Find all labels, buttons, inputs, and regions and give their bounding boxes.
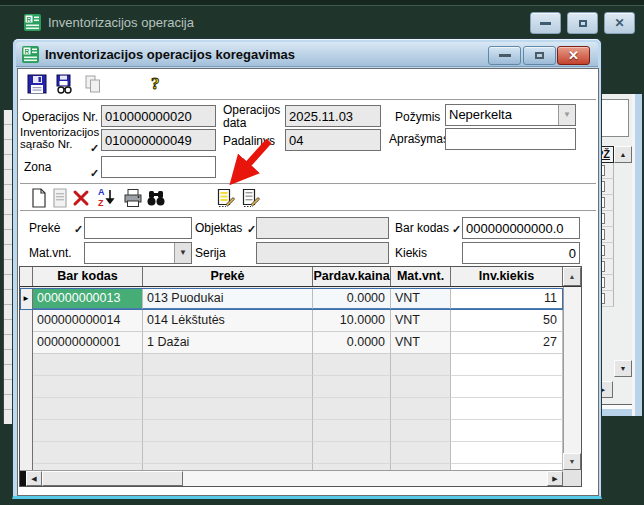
padalinys-field[interactable] [285, 129, 381, 151]
operacijos-nr-field[interactable] [101, 105, 216, 127]
delete-row-button[interactable] [70, 187, 92, 209]
table-cell[interactable] [143, 376, 313, 398]
bar-kodas-field[interactable] [462, 217, 580, 239]
table-cell[interactable]: 0.0000 [313, 288, 391, 310]
table-cell[interactable] [33, 420, 143, 442]
table-cell[interactable] [143, 354, 313, 376]
table-cell[interactable]: 1 Dažai [143, 332, 313, 354]
table-cell[interactable]: 10.0000 [313, 310, 391, 332]
table-cell[interactable] [391, 442, 451, 464]
table-cell[interactable] [33, 376, 143, 398]
table-row[interactable]: 0000000000011 Dažai0.0000VNT27 [20, 332, 563, 354]
save-button[interactable] [26, 73, 48, 95]
serija-field[interactable] [256, 242, 389, 264]
edit-record-button[interactable] [215, 187, 237, 209]
table-cell[interactable]: 50 [451, 310, 563, 332]
table-row[interactable] [20, 398, 563, 420]
preke-lookup-check-icon[interactable]: ✓ [74, 224, 83, 235]
dialog-minimize-button[interactable] [488, 46, 521, 65]
table-cell[interactable]: VNT [391, 310, 451, 332]
find-button[interactable] [145, 187, 167, 209]
table-cell[interactable]: VNT [391, 332, 451, 354]
grid-column-header[interactable]: Pardav.kaina [313, 267, 391, 286]
grid-scroll-down-button[interactable]: ▼ [563, 453, 581, 470]
sort-button[interactable]: A Z [95, 186, 117, 208]
table-cell[interactable]: 014 Lėkštutės [143, 310, 313, 332]
table-row[interactable]: 000000000014014 Lėkštutės10.0000VNT50 [20, 310, 563, 332]
table-cell[interactable] [391, 420, 451, 442]
table-cell[interactable] [451, 442, 563, 464]
grid-horizontal-scrollbar[interactable]: ◀ ▶ [20, 470, 563, 486]
edit-list-button[interactable] [240, 187, 262, 209]
table-row[interactable] [20, 420, 563, 442]
grid-scroll-right-button[interactable]: ▶ [547, 471, 563, 486]
kiekis-field[interactable] [462, 242, 580, 264]
grid-hscroll-thumb[interactable] [42, 471, 183, 486]
preke-field[interactable] [84, 217, 192, 239]
dialog-close-button[interactable]: ✕ [557, 46, 590, 65]
table-row[interactable] [20, 376, 563, 398]
table-cell[interactable]: 000000000013 [33, 288, 143, 310]
svg-text:Z: Z [98, 198, 104, 208]
table-cell[interactable] [33, 442, 143, 464]
bar-kodas-lookup-check-icon[interactable]: ✓ [452, 224, 461, 235]
inventorizacijos-saraso-nr-field[interactable] [101, 129, 216, 151]
mat-vnt-dropdown[interactable]: ▼ [84, 242, 192, 264]
table-cell[interactable]: 000000000014 [33, 310, 143, 332]
aprasymas-field[interactable] [445, 128, 576, 150]
table-cell[interactable] [313, 398, 391, 420]
zona-field[interactable] [101, 156, 216, 178]
grid-column-header[interactable]: Bar kodas [33, 267, 143, 286]
print-button[interactable] [122, 187, 144, 209]
parent-close-button[interactable]: ✕ [604, 12, 635, 34]
table-cell[interactable]: 27 [451, 332, 563, 354]
grid-scroll-left-button[interactable]: ◀ [26, 471, 42, 486]
table-cell[interactable] [451, 376, 563, 398]
table-cell[interactable] [313, 442, 391, 464]
table-cell[interactable] [391, 376, 451, 398]
zona-lookup-check-icon[interactable]: ✓ [90, 168, 99, 179]
table-cell[interactable]: VNT [391, 288, 451, 310]
table-cell[interactable]: 0.0000 [313, 332, 391, 354]
dialog-titlebar[interactable]: R Inventorizacijos operacijos koregavima… [16, 42, 598, 67]
objektas-field[interactable] [256, 217, 389, 239]
table-row[interactable] [20, 442, 563, 464]
objektas-label: Objektas [195, 222, 242, 235]
table-cell[interactable] [143, 442, 313, 464]
table-row[interactable] [20, 354, 563, 376]
grid-column-header[interactable]: Prekė [143, 267, 313, 286]
table-cell[interactable] [451, 354, 563, 376]
table-cell[interactable] [313, 376, 391, 398]
parent-restore-button[interactable] [567, 12, 598, 34]
parent-minimize-button[interactable] [530, 12, 561, 34]
table-cell[interactable]: 000000000001 [33, 332, 143, 354]
table-cell[interactable]: 013 Puodukai [143, 288, 313, 310]
table-cell[interactable] [143, 398, 313, 420]
table-cell[interactable] [391, 354, 451, 376]
table-cell[interactable] [313, 420, 391, 442]
background-scroll-up-button[interactable]: ▲ [614, 146, 632, 163]
table-row[interactable]: ►000000000013013 Puodukai0.0000VNT11 [20, 288, 563, 310]
table-cell[interactable] [33, 354, 143, 376]
grid-column-header[interactable]: Mat.vnt. [391, 267, 451, 286]
background-scroll-down-button[interactable]: ▼ [614, 360, 632, 377]
help-button[interactable]: ? [145, 72, 167, 94]
saraso-nr-lookup-check-icon[interactable]: ✓ [90, 143, 99, 154]
grid-scroll-up-button[interactable]: ▲ [563, 267, 581, 286]
pozymis-dropdown[interactable]: Neperkelta ▼ [445, 104, 576, 126]
grid-vertical-scrollbar[interactable] [563, 287, 581, 470]
table-cell[interactable] [33, 398, 143, 420]
table-cell[interactable] [451, 420, 563, 442]
dialog-restore-button[interactable] [523, 46, 556, 65]
grid-hscroll-track[interactable] [183, 471, 547, 486]
objektas-lookup-check-icon[interactable]: ✓ [247, 224, 256, 235]
new-row-button[interactable] [28, 187, 50, 209]
save-and-find-button[interactable] [54, 73, 76, 95]
table-cell[interactable] [451, 398, 563, 420]
table-cell[interactable] [391, 398, 451, 420]
table-cell[interactable] [313, 354, 391, 376]
table-cell[interactable] [143, 420, 313, 442]
table-cell[interactable]: 11 [451, 288, 563, 310]
grid-column-header[interactable]: Inv.kiekis [451, 267, 563, 286]
operacijos-data-field[interactable] [285, 105, 381, 127]
